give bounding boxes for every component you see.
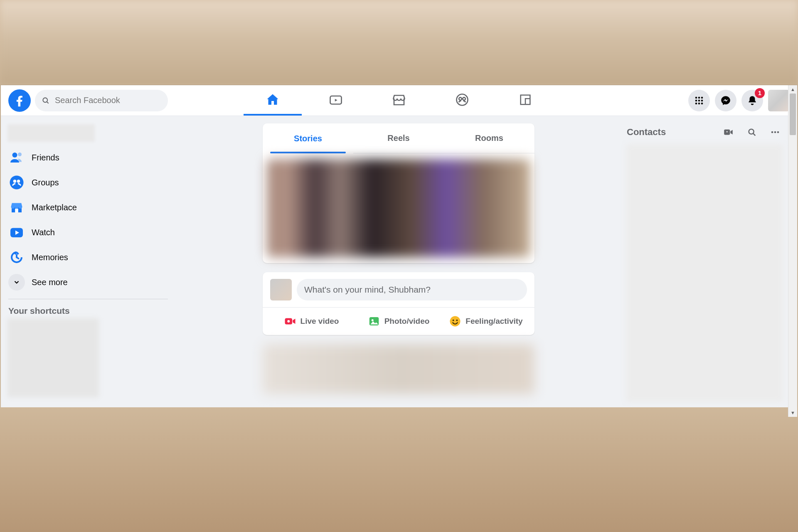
tab-home[interactable] [244, 85, 302, 116]
search-input[interactable] [54, 95, 161, 106]
facebook-logo[interactable] [8, 89, 31, 112]
composer-input[interactable]: What's on your mind, Shubham? [297, 279, 527, 300]
svg-point-16 [18, 153, 22, 156]
svg-point-8 [701, 96, 703, 99]
search-contacts-button[interactable] [745, 125, 759, 139]
scroll-up-arrow[interactable]: ▲ [788, 85, 797, 94]
watch-icon [328, 92, 343, 107]
right-sidebar: Contacts [622, 116, 788, 417]
svg-point-25 [371, 319, 373, 321]
more-icon [770, 127, 780, 137]
notifications-badge: 1 [755, 88, 765, 98]
feeling-activity-button[interactable]: Feeling/activity [442, 311, 530, 332]
svg-point-11 [701, 99, 703, 101]
search-icon [42, 96, 50, 105]
svg-point-26 [450, 316, 461, 327]
account-avatar[interactable] [768, 90, 790, 111]
friends-icon [8, 149, 25, 166]
left-sidebar: Friends Groups Marketplace [1, 116, 175, 417]
nav-groups-label: Groups [32, 178, 59, 187]
contacts-header-actions [722, 125, 782, 139]
contacts-list[interactable] [626, 144, 783, 402]
photo-video-button[interactable]: Photo/video [355, 311, 442, 332]
feed-post[interactable] [263, 344, 534, 394]
svg-point-3 [457, 94, 468, 105]
feeling-label: Feeling/activity [466, 317, 522, 326]
stories-tabs: Stories Reels Rooms [263, 123, 534, 153]
composer-card: What's on your mind, Shubham? Live video… [263, 272, 534, 335]
contacts-options-button[interactable] [768, 125, 782, 139]
svg-point-0 [43, 98, 47, 102]
svg-line-1 [47, 101, 49, 103]
chevron-down-icon [8, 274, 25, 291]
svg-point-23 [287, 320, 290, 323]
svg-point-28 [456, 320, 458, 321]
tab-gaming[interactable] [496, 85, 554, 116]
nav-marketplace[interactable]: Marketplace [4, 195, 172, 220]
search-icon [747, 128, 756, 137]
svg-rect-31 [727, 131, 727, 132]
tab-marketplace[interactable] [370, 85, 428, 116]
new-room-button[interactable] [722, 125, 736, 139]
scroll-down-arrow[interactable]: ▼ [788, 409, 797, 417]
nav-see-more-label: See more [32, 278, 68, 287]
svg-point-12 [695, 102, 697, 104]
composer-actions: Live video Photo/video Feeling/activity [263, 308, 534, 335]
nav-see-more[interactable]: See more [4, 270, 172, 295]
scrollbar[interactable]: ▲ ▼ [788, 85, 797, 417]
shortcuts-list[interactable] [7, 318, 99, 397]
jar-decoration [411, 424, 524, 532]
photo-video-icon [368, 315, 380, 328]
home-icon [265, 92, 280, 107]
svg-point-4 [459, 97, 462, 100]
tab-groups[interactable] [433, 85, 491, 116]
marketplace-nav-icon [8, 199, 25, 216]
tab-reels[interactable]: Reels [353, 123, 444, 153]
sidebar-divider [8, 299, 168, 299]
live-video-button[interactable]: Live video [268, 311, 355, 332]
photo-video-label: Photo/video [384, 317, 430, 326]
center-tabs [209, 85, 589, 116]
nav-friends[interactable]: Friends [4, 145, 172, 170]
composer-avatar[interactable] [270, 279, 292, 300]
menu-grid-icon [694, 96, 704, 106]
messenger-button[interactable] [715, 90, 736, 111]
tab-rooms[interactable]: Rooms [444, 123, 534, 153]
svg-point-5 [463, 97, 466, 100]
facebook-f-icon [12, 94, 27, 108]
tab-watch[interactable] [307, 85, 365, 116]
contacts-header: Contacts [624, 123, 785, 140]
tab-stories[interactable]: Stories [263, 123, 353, 153]
svg-point-6 [695, 96, 697, 99]
memories-icon [8, 249, 25, 266]
svg-rect-20 [15, 209, 18, 212]
feeling-icon [449, 315, 461, 328]
watch-nav-icon [8, 224, 25, 241]
nav-memories[interactable]: Memories [4, 245, 172, 270]
svg-point-14 [701, 102, 703, 104]
search-box[interactable] [35, 90, 168, 111]
groups-icon [455, 92, 470, 107]
nav-watch[interactable]: Watch [4, 220, 172, 245]
live-video-label: Live video [300, 317, 339, 326]
menu-button[interactable] [688, 90, 710, 111]
svg-point-19 [17, 180, 20, 183]
browser-window: 1 ▲ ▼ Friends [1, 85, 797, 417]
svg-point-18 [13, 180, 17, 183]
stories-strip[interactable] [267, 159, 530, 257]
notifications-button[interactable]: 1 [741, 90, 763, 111]
gaming-icon [518, 93, 532, 107]
desktop-background: 1 ▲ ▼ Friends [0, 0, 798, 532]
svg-point-10 [698, 99, 700, 101]
composer-top: What's on your mind, Shubham? [263, 272, 534, 308]
svg-point-35 [774, 131, 776, 133]
scroll-thumb[interactable] [790, 94, 796, 135]
nav-groups[interactable]: Groups [4, 170, 172, 195]
svg-point-27 [453, 320, 454, 321]
profile-link[interactable] [7, 124, 95, 142]
svg-point-9 [695, 99, 697, 101]
marketplace-icon [392, 92, 406, 107]
top-header: 1 [1, 85, 797, 116]
shortcuts-title: Your shortcuts [4, 303, 172, 318]
svg-line-33 [753, 133, 755, 135]
